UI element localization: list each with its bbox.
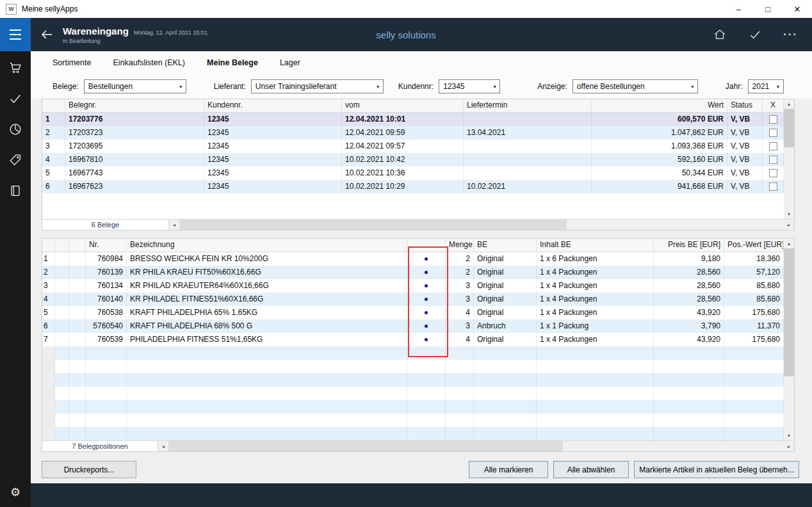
row-checkbox[interactable] xyxy=(769,169,777,177)
positions-horizontal-scrollbar[interactable]: ◄ ► xyxy=(158,441,794,451)
belege-dropdown[interactable]: Bestellungen ▼ xyxy=(84,79,186,93)
scroll-right-icon[interactable]: ► xyxy=(784,444,794,449)
maximize-button[interactable]: □ xyxy=(753,0,783,18)
minimize-button[interactable]: – xyxy=(724,0,753,18)
order-row[interactable]: 2172037231234512.04.2021 09:5913.04.2021… xyxy=(42,126,784,140)
scroll-down-icon[interactable]: ▼ xyxy=(787,209,792,219)
cell-preis-be xyxy=(654,427,724,440)
position-row[interactable]: 4760140KR PHILADEL FITNES51%60X16,66G3Or… xyxy=(42,293,784,306)
scroll-up-icon[interactable]: ▲ xyxy=(787,99,792,109)
cell-bezeichnung: PHILADELPHIA FITNESS 51%1,65KG xyxy=(127,333,407,346)
positions-vertical-scrollbar[interactable]: ▲ ▼ xyxy=(784,239,794,440)
cell-marker xyxy=(407,306,446,319)
empty-row[interactable] xyxy=(42,360,784,373)
menu-button[interactable] xyxy=(0,18,31,51)
empty-row[interactable] xyxy=(42,373,784,387)
cell-inhalt-be xyxy=(537,400,654,414)
row-number: 7 xyxy=(42,333,55,346)
uebernehmen-button[interactable]: Markierte Artikel in aktuellen Beleg übe… xyxy=(634,461,799,478)
cell-be: Original xyxy=(474,266,537,279)
position-row[interactable]: 65760540KRAFT PHILADELPHIA 68% 500 G3Anb… xyxy=(42,319,784,333)
confirm-button[interactable] xyxy=(748,28,762,42)
orders-horizontal-scrollbar[interactable]: ◄ ► xyxy=(169,220,794,230)
empty-row[interactable] xyxy=(42,387,784,400)
order-row[interactable]: 6169676231234510.02.2021 10:2910.02.2021… xyxy=(42,180,784,193)
back-button[interactable] xyxy=(39,27,54,42)
order-row[interactable]: 5169677431234510.02.2021 10:3650,344 EUR… xyxy=(42,166,784,180)
tab-meine-belege[interactable]: Meine Belege xyxy=(207,58,258,67)
cell-artikelnr xyxy=(86,427,127,440)
sidebar-item-statistics[interactable] xyxy=(0,122,31,137)
tab-sortimente[interactable]: Sortimente xyxy=(53,58,91,67)
order-row[interactable]: 3172036951234512.04.2021 09:571.093,368 … xyxy=(42,140,784,153)
close-button[interactable]: ✕ xyxy=(783,0,812,18)
orders-footer: 6 Belege ◄ ► xyxy=(42,219,794,230)
cell-be: Original xyxy=(474,306,537,319)
row-checkbox[interactable] xyxy=(769,142,777,150)
scroll-up-icon[interactable]: ▲ xyxy=(787,239,792,248)
position-row[interactable]: 2760139KR PHILA KRAEU FIT50%60X16,66G2Or… xyxy=(42,266,784,279)
order-row[interactable]: 1172037761234512.04.2021 10:01609,570 EU… xyxy=(42,113,784,126)
cell-liefertermin xyxy=(464,166,592,180)
cell-pos-wert xyxy=(724,387,784,400)
scroll-down-icon[interactable]: ▼ xyxy=(787,431,792,440)
cell-menge: 3 xyxy=(446,279,474,293)
row-number: 2 xyxy=(42,126,65,140)
positions-panel: Nr.BezeichnungMengeBEInhalt BEPreis BE [… xyxy=(42,238,795,452)
scroll-thumb[interactable] xyxy=(179,220,567,230)
scroll-right-icon[interactable]: ► xyxy=(784,223,794,227)
more-options-button[interactable]: ··· xyxy=(783,31,798,38)
scroll-left-icon[interactable]: ◄ xyxy=(158,444,168,449)
column-header: Bezeichnung xyxy=(127,239,407,252)
kundennr-dropdown[interactable]: 12345 ▼ xyxy=(439,79,500,93)
position-row[interactable]: 7760539PHILADELPHIA FITNESS 51%1,65KG4Or… xyxy=(42,333,784,346)
empty-row[interactable] xyxy=(42,414,784,427)
row-number: 6 xyxy=(42,319,55,333)
cell-belegnr: 17203776 xyxy=(65,113,204,126)
scroll-thumb[interactable] xyxy=(784,248,794,376)
cell-artikelnr: 760538 xyxy=(86,306,127,319)
alle-markieren-button[interactable]: Alle markieren xyxy=(469,461,548,478)
empty-row[interactable] xyxy=(42,400,784,414)
column-header: X xyxy=(763,99,784,112)
position-row[interactable]: 3760134KR PHILAD KRAEUTER64%60X16,66G3Or… xyxy=(42,279,784,293)
scroll-thumb[interactable] xyxy=(784,109,794,147)
orders-vertical-scrollbar[interactable]: ▲ ▼ xyxy=(784,99,794,219)
jahr-dropdown[interactable]: 2021 ▼ xyxy=(748,79,784,93)
sidebar-item-prices[interactable] xyxy=(0,152,31,168)
alle-abwaehlen-button[interactable]: Alle abwählen xyxy=(553,461,629,478)
row-checkbox[interactable] xyxy=(769,115,777,124)
sidebar-item-catalog[interactable] xyxy=(0,183,31,198)
cell-vom: 12.04.2021 09:59 xyxy=(342,126,464,140)
druckreports-button[interactable]: Druckreports... xyxy=(42,461,136,478)
row-checkbox[interactable] xyxy=(769,129,777,137)
belege-value: Bestellungen xyxy=(88,82,176,91)
page-datetime: Montag, 12. April 2021 15:01 xyxy=(134,29,207,36)
cell-bezeichnung xyxy=(127,360,407,373)
home-button[interactable] xyxy=(713,28,727,42)
position-row[interactable]: 5760538KRAFT PHILADELPHIA 65% 1,65KG4Ori… xyxy=(42,306,784,319)
orders-count: 6 Belege xyxy=(42,220,169,230)
cell-blank xyxy=(55,306,69,319)
sidebar-item-tasks[interactable] xyxy=(0,91,31,106)
tab-einkaufslisten[interactable]: Einkaufslisten (EKL) xyxy=(113,58,185,67)
empty-row[interactable] xyxy=(42,346,784,360)
anzeige-dropdown[interactable]: offene Bestellungen ▼ xyxy=(572,79,698,93)
row-checkbox[interactable] xyxy=(769,156,777,164)
position-row[interactable]: 1760984BRESSO WEICHKA FEIN KR 10%200G2Or… xyxy=(42,252,784,266)
cell-marker xyxy=(407,252,446,266)
row-checkbox[interactable] xyxy=(769,182,777,191)
order-row[interactable]: 4169678101234510.02.2021 10:42592,160 EU… xyxy=(42,153,784,166)
gear-icon: ⚙ xyxy=(10,486,20,499)
settings-button[interactable]: ⚙ xyxy=(10,485,20,499)
lieferant-dropdown[interactable]: Unser Trainingslieferant ▼ xyxy=(251,79,384,93)
scroll-left-icon[interactable]: ◄ xyxy=(169,223,179,227)
cell-bezeichnung xyxy=(127,427,407,440)
cell-menge xyxy=(446,360,474,373)
empty-row[interactable] xyxy=(42,427,784,440)
tab-lager[interactable]: Lager xyxy=(280,58,300,67)
sidebar-item-cart[interactable] xyxy=(0,60,31,76)
cell-preis-be: 3,790 xyxy=(654,319,724,333)
scroll-thumb[interactable] xyxy=(168,441,563,451)
marker-dot-icon xyxy=(425,338,428,341)
